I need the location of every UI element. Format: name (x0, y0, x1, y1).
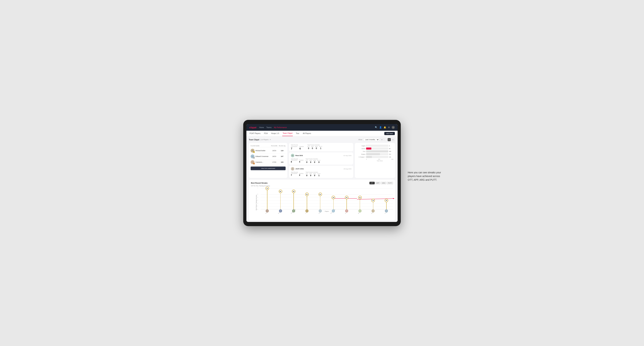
avatar: EC 2 (250, 155, 254, 158)
bar-track (366, 153, 388, 155)
y-axis-label: Best Streak, Fairway Accuracy (256, 196, 257, 210)
bar-fill (366, 145, 366, 147)
subnav-team-clippd[interactable]: Team Clippd (282, 131, 293, 136)
player-card-josh: JC Josh Coles 26 Aug 2023 Total Rounds T… (289, 166, 353, 178)
add-team-button[interactable]: Add Team (384, 132, 395, 135)
axis-label-400: 400 (391, 159, 394, 160)
bar-row-pars: Pars 499 (357, 150, 394, 152)
rank-badge-2: 2 (253, 157, 255, 159)
show-label: Show (358, 139, 362, 141)
settings-icon[interactable]: ⚙ (388, 126, 390, 129)
table-row[interactable]: C 3 Cameron... 17/20 103 (250, 159, 286, 165)
bar-row-birdies: Birdies 96 (357, 148, 394, 150)
tournament-value: 8 (291, 161, 297, 163)
annotation: Here you can see streaks your players ha… (408, 171, 444, 182)
team-player-count: | 14 Players (260, 139, 268, 141)
y-label-2: 2 (258, 205, 258, 206)
player-name: Richard Butler (256, 150, 270, 152)
list-view-button[interactable]: ≡ (388, 138, 391, 141)
bar-track (366, 156, 388, 158)
bar-fill (366, 148, 371, 150)
player-name: Cameron... (256, 161, 270, 163)
rank-badge-1: 1 (253, 151, 255, 153)
player-avg: 110 (278, 150, 286, 152)
chart-x-label: Total Shots (357, 160, 394, 162)
ott-filter-button[interactable]: OTT (370, 182, 375, 184)
practice-value: 4 (299, 161, 304, 163)
y-label-4: 4 (258, 200, 258, 201)
player-score: 19/20 (270, 150, 278, 152)
avatar: RB 1 (250, 149, 254, 153)
streak-line (294, 191, 294, 209)
putt-filter-button[interactable]: PUTT (387, 182, 393, 184)
bar-label: D. Bogeys + (357, 156, 366, 158)
putt-val: 1 (317, 174, 320, 176)
player-name: Josh Coles (296, 168, 344, 170)
axis-label-200: 200 (378, 159, 380, 160)
player-avatar-ebert: EE (266, 209, 269, 212)
practice-value: 2 (299, 174, 304, 176)
card-date: 02 Sep 2023 (344, 155, 352, 156)
subnav-pga[interactable]: PGA (264, 131, 268, 136)
putt-value: 1 (319, 147, 322, 150)
subnav-tour[interactable]: Tour (296, 131, 300, 136)
grid-view-3-button[interactable]: ⋮⋮ (384, 138, 387, 141)
avatar-icon[interactable]: U (392, 126, 395, 129)
putt-val: 0 (317, 161, 320, 163)
table-header: PLAYER NAME PB SCORE PB AVG SQ (250, 145, 286, 147)
top-section: PLAYER NAME PB SCORE PB AVG SQ RB 1 Rich… (249, 143, 395, 178)
axis-label-0: 0 (366, 159, 367, 160)
nav-my-performance[interactable]: My Performance (274, 126, 287, 129)
bar-label: Eagles (357, 145, 366, 147)
total-rounds-label: Total Rounds (291, 172, 304, 173)
bar-row-bogeys: Bogeys 311 (357, 153, 394, 155)
app-filter-button[interactable]: APP (375, 182, 380, 184)
activities-label: Total Practice Activities (307, 144, 322, 146)
grid-view-2-button[interactable]: ⊞ (380, 138, 384, 141)
practice-activities-label: Total Practice Activities (306, 158, 320, 160)
nav-home[interactable]: Home (259, 126, 264, 129)
ott-val: 0 (306, 161, 308, 163)
bar-fill (366, 156, 372, 158)
player-avg: 103 (278, 161, 286, 163)
total-rounds-label: Total Rounds (291, 144, 304, 146)
search-icon[interactable]: 🔍 (375, 126, 378, 129)
bar-label: Birdies (357, 148, 366, 149)
subnav-hcaps[interactable]: Hcaps 1-5 (271, 131, 280, 136)
ott-val: 0 (306, 174, 308, 176)
app-value: 0 (311, 147, 314, 150)
player-avatar-quick: CQ (385, 209, 388, 212)
nav-teams[interactable]: Teams (266, 126, 272, 129)
streak-filter-buttons: OTT APP ARG PUTT (370, 182, 393, 184)
bar-label: Pars (357, 151, 366, 152)
edit-icon[interactable]: ✏ (270, 139, 271, 141)
y-label-3: 3 (258, 203, 258, 204)
time-period-select[interactable]: Last 3 months Last 6 months Last year Al… (363, 138, 379, 141)
bell-icon[interactable]: 🔔 (384, 126, 386, 129)
player-avatar-coles: JC (306, 209, 308, 212)
streak-bubble: 4x (332, 196, 335, 199)
subnav-pgat[interactable]: PGAT Players (249, 131, 261, 136)
bar-value: 3 (389, 145, 394, 147)
streak-bubble: 4x (358, 196, 362, 199)
bar-value: 499 (389, 151, 394, 152)
total-rounds-label: Total Rounds (291, 158, 304, 160)
player-avatar-crossman: EC (332, 209, 335, 212)
table-row[interactable]: EC 2 Edward Crossman 18/20 107 (250, 154, 286, 159)
arg-filter-button[interactable]: ARG (381, 182, 386, 184)
sub-nav: PGAT Players PGA Hcaps 1-5 Team Clippd T… (246, 131, 398, 136)
subnav-all-players[interactable]: All Players (302, 131, 311, 136)
table-view-button[interactable]: ⊟ (391, 138, 394, 141)
streaks-chart: Best Streak, Fairway Accuracy (251, 188, 393, 218)
streaks-subtitle: Off The Tee, Fairway Accuracy (251, 185, 393, 187)
table-row[interactable]: RB 1 Richard Butler 19/20 110 (250, 148, 286, 154)
y-label-5: 5 (258, 197, 258, 198)
player-avatar-mcherg: BM (279, 209, 282, 212)
chart-panel: Eagles 3 Birdies (355, 143, 395, 178)
y-label-7: 7 (258, 187, 258, 188)
bar-value: 311 (389, 154, 394, 155)
player-avatar-butler: RB (372, 209, 375, 212)
person-icon[interactable]: 👤 (379, 126, 382, 129)
practice-rounds: 6 (300, 147, 304, 150)
view-leaderboard-button[interactable]: View Full Leaderboard (250, 167, 286, 170)
